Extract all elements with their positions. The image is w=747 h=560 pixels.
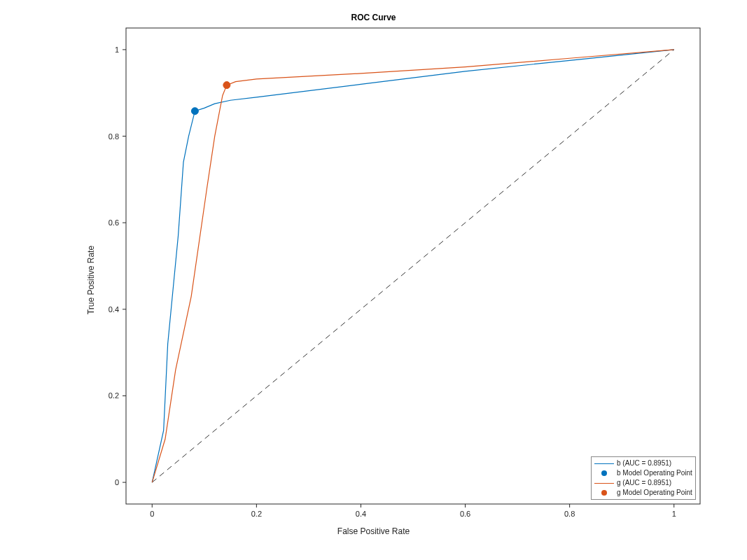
svg-text:0.6: 0.6 (109, 218, 119, 227)
svg-text:0.6: 0.6 (460, 510, 470, 518)
svg-text:0.8: 0.8 (564, 510, 575, 518)
svg-text:0.4: 0.4 (356, 510, 366, 518)
svg-text:0: 0 (150, 510, 154, 518)
legend-label: g (AUC = 0.8951) (617, 478, 671, 488)
legend-entry: b (AUC = 0.8951) (594, 458, 692, 468)
legend: b (AUC = 0.8951)b Model Operating Pointg… (591, 456, 696, 500)
legend-entry: b Model Operating Point (594, 468, 692, 478)
legend-label: b (AUC = 0.8951) (617, 458, 671, 468)
svg-text:1: 1 (115, 46, 119, 54)
legend-entry: g (AUC = 0.8951) (594, 478, 692, 488)
svg-point-26 (191, 108, 198, 115)
roc-chart-figure: ROC Curve True Positive Rate False Posit… (0, 0, 747, 560)
svg-line-25 (152, 50, 673, 482)
svg-text:0.4: 0.4 (109, 305, 119, 314)
svg-text:1: 1 (672, 510, 676, 518)
svg-text:0.2: 0.2 (109, 391, 119, 400)
svg-text:0.2: 0.2 (251, 510, 262, 518)
legend-entry: g Model Operating Point (594, 488, 692, 498)
svg-point-27 (223, 82, 230, 89)
legend-label: g Model Operating Point (617, 488, 692, 498)
svg-text:0.8: 0.8 (109, 132, 119, 141)
legend-label: b Model Operating Point (617, 468, 692, 478)
svg-text:0: 0 (115, 478, 119, 486)
